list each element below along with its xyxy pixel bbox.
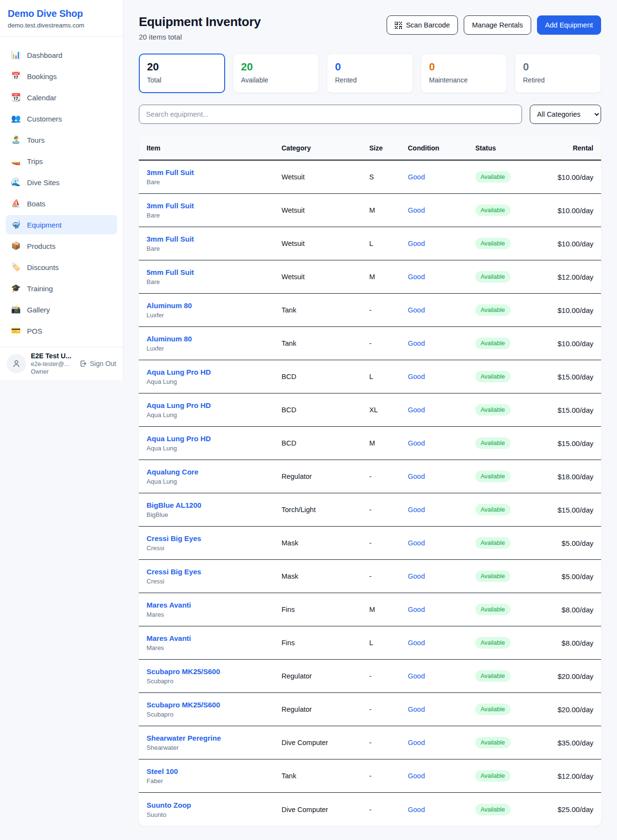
stat-card-maintenance[interactable]: 0Maintenance <box>421 54 507 93</box>
size-cell: L <box>369 639 408 647</box>
add-equipment-button[interactable]: Add Equipment <box>537 15 601 35</box>
condition-link[interactable]: Good <box>408 572 475 580</box>
status-badge: Available <box>475 804 510 815</box>
item-name-link[interactable]: 3mm Full Suit <box>147 168 282 176</box>
item-name-link[interactable]: BigBlue AL1200 <box>147 501 282 509</box>
condition-link[interactable]: Good <box>408 473 475 480</box>
stat-card-total[interactable]: 20Total <box>139 54 225 93</box>
item-name-link[interactable]: 3mm Full Suit <box>147 202 282 210</box>
item-name-link[interactable]: Shearwater Peregrine <box>147 734 282 742</box>
category-cell: BCD <box>282 373 369 380</box>
category-cell: Regulator <box>282 672 369 680</box>
sidebar-item-calendar[interactable]: 📆Calendar <box>6 88 117 107</box>
sidebar-item-training[interactable]: 🎓Training <box>6 279 117 298</box>
condition-link[interactable]: Good <box>408 173 475 181</box>
condition-link[interactable]: Good <box>408 772 475 780</box>
sidebar-item-discounts[interactable]: 🏷️Discounts <box>6 257 117 277</box>
category-cell: Torch/Light <box>282 506 369 514</box>
sidebar-item-products[interactable]: 📦Products <box>6 236 117 256</box>
sidebar-item-trips[interactable]: 🚤Trips <box>6 151 117 171</box>
condition-link[interactable]: Good <box>408 739 475 746</box>
table-row: 3mm Full SuitBareWetsuitSGoodAvailable$1… <box>139 161 601 194</box>
status-badge: Available <box>475 637 510 649</box>
item-name-link[interactable]: Mares Avanti <box>147 601 282 609</box>
item-name-link[interactable]: Mares Avanti <box>147 634 282 642</box>
sidebar-item-gallery[interactable]: 📸Gallery <box>6 300 117 319</box>
bookings-icon: 📅 <box>11 72 21 80</box>
stat-value: 0 <box>429 61 499 73</box>
item-brand: BigBlue <box>147 511 282 518</box>
user-name: E2E Test U... <box>31 352 75 360</box>
stat-card-rented[interactable]: 0Rented <box>327 54 413 93</box>
rental-cell: $10.00/day <box>548 173 593 181</box>
page-header: Equipment Inventory 20 items total Scan … <box>139 14 601 41</box>
condition-link[interactable]: Good <box>408 439 475 447</box>
table-row: Aluminum 80LuxferTank-GoodAvailable$10.0… <box>139 294 601 327</box>
sidebar-item-equipment[interactable]: 🤿Equipment <box>6 215 117 234</box>
status-cell: Available <box>475 804 548 815</box>
item-name-link[interactable]: Aluminum 80 <box>147 301 282 310</box>
item-name-link[interactable]: Aluminum 80 <box>147 335 282 343</box>
status-cell: Available <box>475 570 548 582</box>
search-input[interactable] <box>139 105 522 124</box>
status-cell: Available <box>475 437 548 449</box>
item-name-link[interactable]: Suunto Zoop <box>147 801 282 809</box>
sign-out-button[interactable]: Sign Out <box>80 360 116 367</box>
item-name-link[interactable]: Cressi Big Eyes <box>147 534 282 542</box>
condition-link[interactable]: Good <box>408 206 475 214</box>
sidebar-item-boats[interactable]: ⛵Boats <box>6 194 117 213</box>
condition-link[interactable]: Good <box>408 339 475 347</box>
condition-link[interactable]: Good <box>408 506 475 514</box>
item-name-link[interactable]: Aqualung Core <box>147 468 282 476</box>
main-content: Equipment Inventory 20 items total Scan … <box>123 0 617 839</box>
size-cell: - <box>369 806 408 813</box>
condition-link[interactable]: Good <box>408 273 475 281</box>
item-cell: Cressi Big EyesCressi <box>147 534 282 552</box>
condition-link[interactable]: Good <box>408 705 475 713</box>
item-name-link[interactable]: Aqua Lung Pro HD <box>147 368 282 376</box>
condition-link[interactable]: Good <box>408 672 475 680</box>
stat-card-retired[interactable]: 0Retired <box>515 54 601 93</box>
condition-link[interactable]: Good <box>408 606 475 613</box>
item-name-link[interactable]: Cressi Big Eyes <box>147 568 282 576</box>
condition-link[interactable]: Good <box>408 639 475 647</box>
item-name-link[interactable]: Scubapro MK25/S600 <box>147 667 282 676</box>
size-cell: - <box>369 705 408 713</box>
add-equipment-label: Add Equipment <box>545 21 593 29</box>
item-brand: Bare <box>147 178 282 186</box>
item-name-link[interactable]: 3mm Full Suit <box>147 235 282 243</box>
condition-link[interactable]: Good <box>408 539 475 547</box>
sidebar-item-pos[interactable]: 💳POS <box>6 321 117 340</box>
scan-barcode-button[interactable]: Scan Barcode <box>387 15 458 35</box>
item-brand: Aqua Lung <box>147 378 282 385</box>
status-cell: Available <box>475 537 548 549</box>
stat-label: Retired <box>523 76 593 84</box>
item-cell: 5mm Full SuitBare <box>147 268 282 285</box>
item-name-link[interactable]: 5mm Full Suit <box>147 268 282 276</box>
size-cell: - <box>369 539 408 547</box>
sidebar-item-bookings[interactable]: 📅Bookings <box>6 67 117 86</box>
condition-link[interactable]: Good <box>408 373 475 380</box>
item-name-link[interactable]: Steel 100 <box>147 767 282 775</box>
condition-link[interactable]: Good <box>408 406 475 414</box>
sidebar-item-tours[interactable]: 🏝️Tours <box>6 130 117 149</box>
manage-rentals-button[interactable]: Manage Rentals <box>464 15 531 35</box>
sidebar-item-dashboard[interactable]: 📊Dashboard <box>6 45 117 65</box>
item-brand: Mares <box>147 644 282 651</box>
item-name-link[interactable]: Aqua Lung Pro HD <box>147 401 282 409</box>
condition-link[interactable]: Good <box>408 806 475 813</box>
item-name-link[interactable]: Aqua Lung Pro HD <box>147 434 282 443</box>
item-name-link[interactable]: Scubapro MK25/S600 <box>147 701 282 709</box>
condition-link[interactable]: Good <box>408 306 475 314</box>
size-cell: M <box>369 206 408 214</box>
condition-link[interactable]: Good <box>408 240 475 247</box>
category-select[interactable]: All Categories <box>530 105 601 124</box>
stat-card-available[interactable]: 20Available <box>233 54 319 93</box>
item-cell: Mares AvantiMares <box>147 601 282 618</box>
item-cell: 3mm Full SuitBare <box>147 202 282 219</box>
item-cell: Scubapro MK25/S600Scubapro <box>147 667 282 685</box>
table-row: 5mm Full SuitBareWetsuitMGoodAvailable$1… <box>139 260 601 294</box>
sidebar-item-customers[interactable]: 👥Customers <box>6 109 117 128</box>
status-badge: Available <box>475 304 510 316</box>
sidebar-item-dive-sites[interactable]: 🌊Dive Sites <box>6 173 117 192</box>
